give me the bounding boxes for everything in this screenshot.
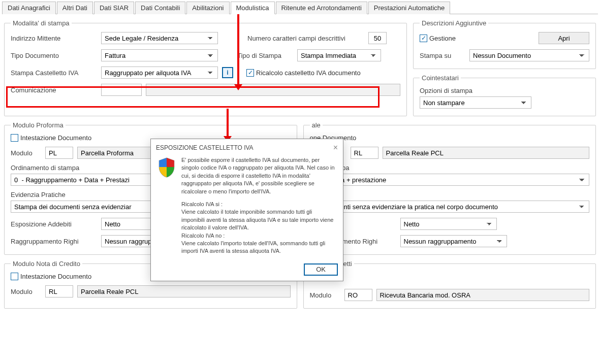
input-modulo-reale-code[interactable] [351,147,378,159]
legend: Modulo Proforma [11,121,66,129]
select-tipo-documento[interactable] [101,49,218,61]
input-modulo-effetti-code[interactable] [344,289,372,301]
label-evidenzia-reale: Pratiche [310,191,590,198]
label-stampa-castelletto: Stampa Castelletto IVA [11,69,97,77]
group-modulo-reale: ale one Documento nto di stampa Pratiche… [303,121,596,255]
legend: ale [310,121,323,129]
input-modulo-reale-desc[interactable] [383,147,590,159]
input-num-caratteri[interactable] [368,32,387,44]
info-icon[interactable]: i [222,67,233,78]
select-ordinamento-reale[interactable] [310,174,590,186]
tab-ritenute[interactable]: Ritenute ed Arrotondamenti [276,2,367,14]
select-indirizzo-mittente[interactable] [101,32,218,44]
checkbox-gestione[interactable] [420,35,427,42]
checkbox-intestazione-proforma[interactable] [11,134,18,142]
checkbox-ricalcolo-wrap[interactable]: Ricalcolo castelletto IVA documento [246,69,361,77]
checkbox-intestazione-proforma-wrap[interactable]: Intestazione Documento [11,134,91,142]
label-comunicazione: Comunicazione [11,86,97,94]
dialog-title: ESPOSIZIONE CASTELLETTO IVA [156,144,254,151]
tab-altri-dati[interactable]: Altri Dati [57,2,93,14]
tab-dati-anagrafici[interactable]: Dati Anagrafici [2,2,56,14]
select-stampa-su[interactable] [469,49,589,61]
legend: Modalita' di stampa [11,19,72,27]
label-tipo-documento: Tipo Documento [11,52,97,59]
legend: Modulo Nota di Credito [11,260,82,268]
checkbox-gestione-wrap[interactable]: Gestione [420,35,456,42]
tab-label: Prestazioni Automatiche [374,4,445,12]
tab-label: Modulistica [236,4,269,12]
select-esposizione-reale[interactable] [400,218,497,230]
tab-label: Abilitazioni [192,4,224,12]
label-ordinamento-reale: nto di stampa [310,164,590,172]
dialog-paragraph-1: E' possibile esporre il castelletto IVA … [181,156,336,195]
label-raggr-proforma: Raggruppamento Righi [11,238,97,245]
input-comunicazione-desc[interactable] [146,84,400,96]
tab-label: Ritenute ed Arrotondamenti [281,4,362,12]
input-modulo-nc-code[interactable] [45,285,73,297]
select-raggr-reale[interactable] [400,235,507,247]
tab-prestazioni[interactable]: Prestazioni Automatiche [368,2,450,14]
select-opzioni-stampa[interactable] [420,96,531,109]
input-modulo-proforma-code[interactable] [45,147,73,159]
label-esposizione-proforma: Esposizione Addebiti [11,220,97,228]
select-tipo-stampa[interactable] [297,49,381,61]
select-evidenzia-reale[interactable] [310,201,590,213]
label-gestione: Gestione [429,35,456,42]
group-modulo-effetti: Modulo Effetti Modulo [303,260,596,309]
select-stampa-castelletto[interactable] [101,67,218,79]
input-comunicazione-code[interactable] [101,84,142,96]
label-modulo-nc: Modulo [11,288,41,295]
label-ricalcolo: Ricalcolo castelletto IVA documento [256,69,361,77]
tab-dati-siar[interactable]: Dati SIAR [94,2,134,14]
label-modulo-proforma: Modulo [11,149,41,157]
apri-button[interactable]: Apri [539,32,589,44]
legend: Cointestatari [420,74,461,82]
label-num-caratteri: Numero caratteri campi descrittivi [247,35,364,42]
label-modulo-effetti: Modulo [310,291,340,299]
tab-modulistica[interactable]: Modulistica [231,2,275,14]
tab-dati-contabili[interactable]: Dati Contabili [135,2,185,14]
input-modulo-effetti-desc[interactable] [376,289,590,301]
label-intestazione-nc: Intestazione Documento [20,273,91,280]
label-tipo-stampa: Tipo di Stampa [237,52,293,59]
group-cointestatari: Cointestatari Opzioni di stampa [413,74,596,116]
tab-bar: Dati Anagrafici Altri Dati Dati SIAR Dat… [2,1,598,14]
checkbox-intestazione-nc[interactable] [11,273,18,280]
group-modalita-stampa: Modalita' di stampa Indirizzo Mittente N… [4,19,407,116]
ok-button[interactable]: OK [304,263,338,276]
label-opzioni-stampa: Opzioni di stampa [420,87,589,94]
label-intestazione-proforma: Intestazione Documento [20,134,91,142]
dialog-paragraph-2: Ricalcolo IVA si : Viene calcolato il to… [181,201,336,255]
input-modulo-nc-desc[interactable] [77,285,291,297]
dialog-esposizione-castelletto: ESPOSIZIONE CASTELLETTO IVA × E' possibi… [150,139,343,281]
checkbox-intestazione-nc-wrap[interactable]: Intestazione Documento [11,273,91,280]
tab-label: Dati SIAR [100,4,129,12]
group-descrizioni-aggiuntive: Descrizioni Aggiuntive Gestione Apri Sta… [413,19,596,69]
tab-label: Altri Dati [62,4,87,12]
close-icon[interactable]: × [333,143,338,152]
shield-icon [158,157,175,178]
checkbox-ricalcolo[interactable] [246,69,254,77]
legend: Descrizioni Aggiuntive [420,19,488,27]
tab-label: Dati Contabili [141,4,180,12]
label-stampa-su: Stampa su [420,52,465,59]
label-indirizzo-mittente: Indirizzo Mittente [11,35,97,42]
tab-abilitazioni[interactable]: Abilitazioni [186,2,229,14]
tab-label: Dati Anagrafici [8,4,50,12]
